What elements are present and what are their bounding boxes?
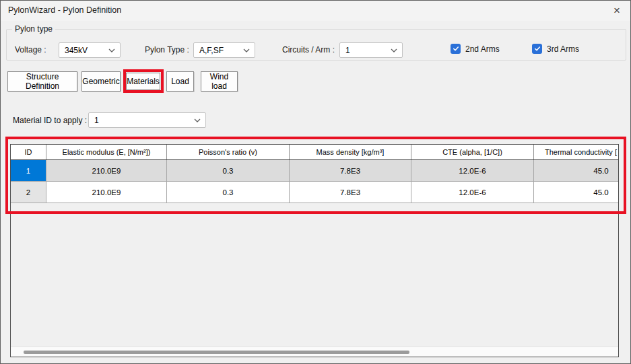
pylon-type-select[interactable]: A,F,SF [193, 42, 255, 58]
cte-cell[interactable]: 12.0E-6 [411, 182, 534, 203]
pylon-wizard-dialog: PylonWizard - Pylon Definition × Pylon t… [0, 0, 631, 364]
tab-materials[interactable]: Materials [126, 73, 160, 90]
circuits-value: 1 [345, 46, 350, 55]
elastic-modulus-cell[interactable]: 210.0E9 [46, 182, 167, 203]
material-id-label: Material ID to apply : [13, 116, 87, 125]
column-header-cte[interactable]: CTE (alpha, [1/C]) [411, 145, 534, 159]
voltage-select[interactable]: 345kV [59, 42, 121, 58]
window-title: PylonWizard - Pylon Definition [8, 5, 121, 15]
material-id-value: 1 [94, 116, 99, 125]
group-label: Pylon type [12, 24, 55, 34]
horizontal-scrollbar[interactable] [11, 347, 618, 357]
voltage-value: 345kV [65, 46, 88, 55]
checkbox-2nd-arms[interactable]: 2nd Arms [451, 44, 500, 54]
mass-density-cell[interactable]: 7.8E3 [290, 182, 411, 203]
checkbox-3rd-arms[interactable]: 3rd Arms [532, 44, 579, 54]
row-id-cell[interactable]: 1 [11, 160, 46, 182]
scrollbar-thumb[interactable] [24, 351, 409, 354]
column-header-poissons-ratio[interactable]: Poisson's ratio (v) [167, 145, 290, 159]
tab-wind-load[interactable]: Wind load [201, 71, 238, 92]
checkbox-checked-icon [532, 44, 542, 54]
checkbox-checked-icon [451, 44, 461, 54]
poissons-ratio-cell[interactable]: 0.3 [167, 160, 290, 182]
material-id-select[interactable]: 1 [88, 112, 206, 128]
pylon-type-value: A,F,SF [199, 46, 224, 55]
chevron-down-icon [391, 48, 397, 52]
column-header-thermal-conductivity[interactable]: Thermal conductivity [ [534, 145, 619, 159]
table-row[interactable]: 2 210.0E9 0.3 7.8E3 12.0E-6 45.0 [11, 182, 619, 203]
circuits-label: Circuits / Arm : [282, 45, 335, 54]
close-icon[interactable]: × [608, 3, 626, 19]
mass-density-cell[interactable]: 7.8E3 [290, 160, 411, 182]
circuits-select[interactable]: 1 [339, 42, 403, 58]
elastic-modulus-cell[interactable]: 210.0E9 [46, 160, 167, 182]
thermal-conductivity-cell[interactable]: 45.0 [534, 160, 619, 182]
pylon-type-group: Pylon type Voltage : 345kV Pylon Type : … [6, 29, 626, 61]
column-header-mass-density[interactable]: Mass density [kg/m³] [290, 145, 411, 159]
chevron-down-icon [108, 48, 115, 52]
tab-load[interactable]: Load [166, 71, 194, 92]
poissons-ratio-cell[interactable]: 0.3 [167, 182, 290, 203]
tab-geometric[interactable]: Geometric [81, 71, 121, 92]
pylon-type-label: Pylon Type : [145, 45, 189, 54]
cte-cell[interactable]: 12.0E-6 [411, 160, 534, 182]
column-header-id[interactable]: ID [11, 145, 46, 159]
materials-table: ID Elastic modulus (E, [N/m²]) Poisson's… [10, 144, 619, 357]
tab-structure-definition[interactable]: Structure Definition [7, 71, 77, 92]
title-bar: PylonWizard - Pylon Definition × [1, 1, 630, 21]
table-header-row: ID Elastic modulus (E, [N/m²]) Poisson's… [11, 145, 619, 160]
checkbox-2nd-arms-label: 2nd Arms [465, 44, 500, 54]
chevron-down-icon [243, 48, 250, 52]
chevron-down-icon [194, 118, 201, 122]
thermal-conductivity-cell[interactable]: 45.0 [534, 182, 619, 203]
table-row[interactable]: 1 210.0E9 0.3 7.8E3 12.0E-6 45.0 [11, 160, 619, 182]
column-header-elastic-modulus[interactable]: Elastic modulus (E, [N/m²]) [46, 145, 167, 159]
checkbox-3rd-arms-label: 3rd Arms [547, 44, 579, 54]
voltage-label: Voltage : [15, 45, 46, 54]
row-id-cell[interactable]: 2 [11, 182, 46, 203]
